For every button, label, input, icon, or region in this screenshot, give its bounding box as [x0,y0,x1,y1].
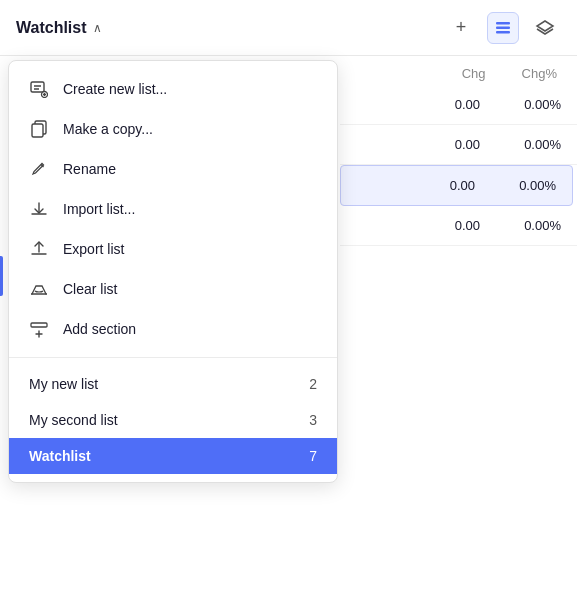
svg-marker-3 [537,21,553,31]
main-container: Watchlist ∧ + [0,0,577,592]
data-row-1: 0.00 0.00% [340,85,577,125]
svg-rect-11 [32,124,43,137]
menu-item-rename[interactable]: Rename [9,149,337,189]
menu-item-clear-list[interactable]: Clear list [9,269,337,309]
chg-pct-header: Chg% [522,66,557,81]
import-icon [29,199,49,219]
watchlist-count: 7 [309,448,317,464]
svg-rect-4 [31,82,44,92]
svg-rect-14 [31,323,47,327]
create-list-icon [29,79,49,99]
svg-rect-2 [496,31,510,34]
import-list-label: Import list... [63,201,317,217]
clear-list-label: Clear list [63,281,317,297]
add-section-icon [29,319,49,339]
menu-item-my-new-list[interactable]: My new list 2 [9,366,337,402]
chevron-up-icon[interactable]: ∧ [93,21,102,35]
menu-item-my-second-list[interactable]: My second list 3 [9,402,337,438]
menu-item-make-copy[interactable]: Make a copy... [9,109,337,149]
data-row-4: 0.00 0.00% [340,206,577,246]
add-button[interactable]: + [445,12,477,44]
layer-icon [535,18,555,38]
my-second-list-count: 3 [309,412,317,428]
menu-actions-section: Create new list... Make a copy... [9,61,337,358]
right-panel: Chg Chg% 0.00 0.00% 0.00 0.00% 0.00 0.00… [340,56,577,592]
my-new-list-count: 2 [309,376,317,392]
watchlist-label: Watchlist [29,448,295,464]
lists-section: My new list 2 My second list 3 Watchlist… [9,358,337,482]
rename-label: Rename [63,161,317,177]
chg-pct-val-4: 0.00% [516,218,561,233]
header: Watchlist ∧ + [0,0,577,56]
svg-rect-0 [496,22,510,25]
menu-item-watchlist[interactable]: Watchlist 7 [9,438,337,474]
my-second-list-label: My second list [29,412,295,428]
chg-val-1: 0.00 [435,97,480,112]
list-icon [494,19,512,37]
export-list-label: Export list [63,241,317,257]
add-section-label: Add section [63,321,317,337]
menu-item-add-section[interactable]: Add section [9,309,337,349]
chg-pct-val-1: 0.00% [516,97,561,112]
chg-val-3: 0.00 [430,178,475,193]
menu-item-export-list[interactable]: Export list [9,229,337,269]
create-list-label: Create new list... [63,81,317,97]
rename-icon [29,159,49,179]
watchlist-title[interactable]: Watchlist [16,19,87,37]
data-row-2: 0.00 0.00% [340,125,577,165]
chg-val-4: 0.00 [435,218,480,233]
menu-item-create-new-list[interactable]: Create new list... [9,69,337,109]
header-left: Watchlist ∧ [16,19,102,37]
data-row-3-highlighted: 0.00 0.00% [340,165,573,206]
data-rows: 0.00 0.00% 0.00 0.00% 0.00 0.00% 0.00 0.… [340,85,577,246]
chg-pct-val-2: 0.00% [516,137,561,152]
chg-val-2: 0.00 [435,137,480,152]
col-headers: Chg Chg% [340,56,577,85]
clear-icon [29,279,49,299]
svg-rect-1 [496,26,510,29]
list-view-button[interactable] [487,12,519,44]
menu-item-import-list[interactable]: Import list... [9,189,337,229]
dropdown-menu: Create new list... Make a copy... [8,60,338,483]
left-accent [0,256,3,296]
content-area: Create new list... Make a copy... [0,56,577,592]
copy-icon [29,119,49,139]
chg-pct-val-3: 0.00% [511,178,556,193]
layer-button[interactable] [529,12,561,44]
make-copy-label: Make a copy... [63,121,317,137]
my-new-list-label: My new list [29,376,295,392]
export-icon [29,239,49,259]
header-right: + [445,12,561,44]
chg-header: Chg [462,66,486,81]
